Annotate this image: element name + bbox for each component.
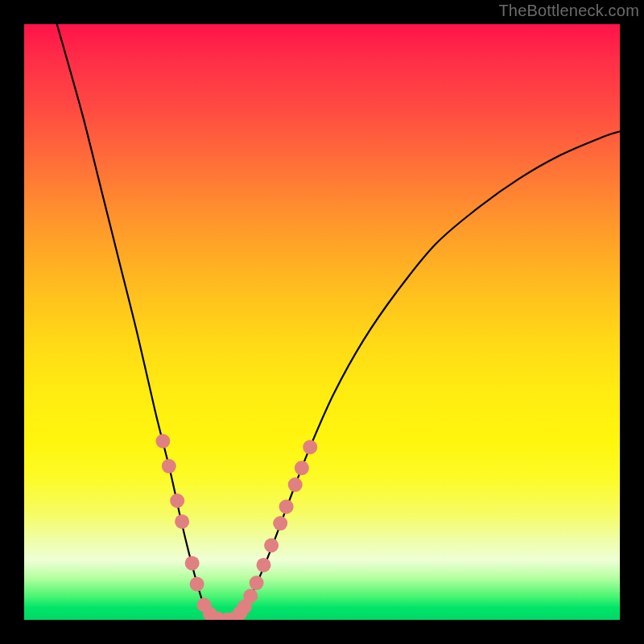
chart-frame: TheBottleneck.com bbox=[0, 0, 644, 644]
marker-dot bbox=[288, 477, 303, 492]
marker-dot bbox=[170, 493, 184, 508]
marker-dot bbox=[243, 588, 258, 603]
marker-dot bbox=[279, 499, 294, 514]
marker-group bbox=[155, 434, 317, 620]
watermark-text: TheBottleneck.com bbox=[498, 2, 639, 20]
marker-dot bbox=[190, 577, 204, 592]
bottleneck-curve bbox=[57, 24, 620, 620]
marker-dot bbox=[155, 434, 170, 448]
marker-dot bbox=[303, 440, 317, 454]
curve-layer bbox=[24, 24, 620, 620]
marker-dot bbox=[185, 556, 200, 571]
marker-dot bbox=[175, 514, 189, 529]
marker-dot bbox=[264, 539, 279, 553]
marker-dot bbox=[256, 558, 270, 572]
marker-dot bbox=[295, 460, 309, 475]
marker-dot bbox=[250, 576, 264, 590]
plot-area bbox=[24, 24, 620, 620]
marker-dot bbox=[273, 516, 287, 530]
marker-dot bbox=[162, 459, 176, 473]
